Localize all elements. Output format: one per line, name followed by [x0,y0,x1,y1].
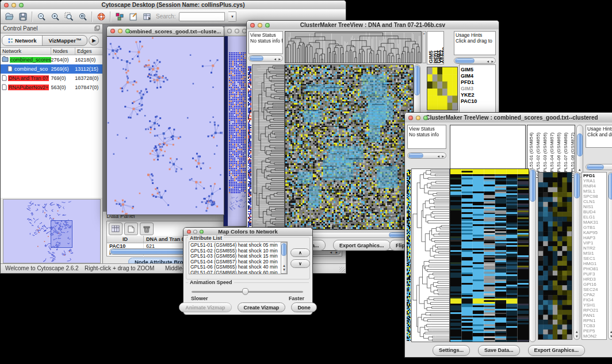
zoom-button[interactable] [423,116,428,120]
tv2-heatmap-vscrollbar[interactable] [529,168,536,342]
treeview2-title-bar[interactable]: ClusterMaker TreeView : combined_scores_… [405,113,612,123]
tv2-button-save-data-[interactable]: Save Data... [478,345,520,356]
tv2-usage-hscrollbar[interactable] [586,164,612,170]
tv2-gene-label: SPC98 [583,194,605,199]
create-vizmap-button[interactable]: Create Vizmap [238,302,286,312]
tv1-gene-label: PAC10 [461,98,494,105]
control-panel: Control Panel Network VizMapper™ ▶ [1,24,103,264]
tv1-status-hscrollbar[interactable]: ◂▸ [248,55,283,62]
attribute-list[interactable]: GPL51-01 (GSM854) heat shock 05 minGPL51… [189,242,288,274]
close-button[interactable] [187,229,191,233]
tv1-view-status-text: No status info f [250,38,281,44]
tv2-zoom-heatmap[interactable] [538,172,572,340]
network-window-title-bar[interactable]: combined_scores_good.txt--cluste... [107,26,224,36]
tv2-row-dendrogram[interactable] [411,168,450,342]
tv2-zoom-vscrollbar[interactable]: ▴▾ [573,172,580,340]
tv1-heatmap[interactable] [285,64,414,230]
tv2-labels-vscrollbar[interactable]: ▴▾ [576,125,583,178]
dialog-title-bar[interactable]: Map Colors to Network [183,228,312,236]
zoom-button[interactable] [125,29,130,33]
attribute-list-item[interactable]: GPL51-07 (GSM868) heat shock 60 min [189,270,280,275]
close-button[interactable] [4,3,9,7]
close-button[interactable] [408,116,413,120]
search-label: Search: [156,13,175,20]
network-tree-row[interactable]: DNA and Tran 07769(0)183728(0) [1,74,102,83]
network-table-header[interactable]: Network Nodes Edges [1,47,102,55]
tv1-splitter[interactable]: ▸ [422,31,426,63]
annotation-icon[interactable] [128,12,139,22]
zoom-button[interactable] [19,3,24,7]
move-down-button[interactable]: ∨ [290,259,310,268]
tv2-global-strip[interactable] [407,170,411,341]
help-lifering-icon[interactable] [96,12,106,22]
search-input[interactable] [179,12,225,21]
search-dropdown-button[interactable]: ▼ [228,12,236,22]
network-canvas[interactable] [107,37,223,214]
treeview2-window: ClusterMaker TreeView : combined_scores_… [404,112,612,358]
zoom-in-icon[interactable] [50,12,60,22]
tv2-gene-label: YRA1 [583,178,605,183]
tv2-gene-label: GTB1 [583,225,605,230]
tab-vizmapper[interactable]: VizMapper™ [43,36,87,45]
minimize-button[interactable] [193,229,197,233]
main-window-controls[interactable] [4,3,24,7]
tv2-button-row: Settings...Save Data...Export Graphics..… [405,344,612,356]
tab-overflow-button[interactable]: ▶ [89,36,99,45]
tv2-status-hscrollbar[interactable]: ◂▸ [407,152,446,159]
zoom-button[interactable] [265,23,270,28]
treeview1-title-bar[interactable]: ClusterMaker TreeView : DNA and Tran 07-… [247,21,499,30]
move-up-button[interactable]: ∧ [290,248,310,257]
tv2-gene-label: PFD1 [583,173,605,178]
network-view[interactable] [107,36,224,214]
zoom-button[interactable] [200,229,204,233]
tv1-button-export-graphics-[interactable]: Export Graphics... [333,240,391,251]
tv1-zoom-heatmap[interactable] [427,67,458,110]
import-table-icon[interactable] [142,12,152,22]
float-panel-icon[interactable] [94,25,100,32]
network-name: combined_sco [14,66,48,72]
network-tree-row[interactable]: combined_sco2569(6)13112(15) [1,64,102,74]
network-edges-count: 16218(0) [75,57,102,63]
tv2-heatmap[interactable] [450,168,529,342]
open-file-icon[interactable] [4,12,14,22]
minimize-button[interactable] [118,29,123,33]
attribute-list-vscrollbar[interactable]: ▲▼ [281,242,287,274]
new-attribute-icon[interactable] [124,223,138,235]
minimize-button[interactable] [416,116,420,120]
minimize-button[interactable] [235,29,239,33]
save-session-icon[interactable] [18,12,28,22]
tv2-gene-label: PEP5 [583,328,605,334]
main-resize-grip[interactable] [339,267,345,273]
tv2-gene-label: HRD3 [583,277,605,282]
tv2-gene-label: VIP1 [583,240,605,246]
zoom-fit-icon[interactable] [78,12,88,22]
delete-attribute-icon[interactable] [140,223,154,235]
tv1-usage-hints-panel: Usage HintsClick and drag to [454,31,496,55]
close-button[interactable] [110,29,115,33]
create-view-icon[interactable] [114,12,125,22]
attribute-table-icon[interactable] [109,223,123,235]
tv2-right-vscrollbar[interactable]: ▴▾ [608,172,612,340]
minimize-button[interactable] [258,23,262,28]
zoom-out-icon[interactable] [36,12,47,22]
speed-slider-thumb[interactable] [242,288,248,295]
zoom-selected-icon[interactable] [64,12,74,22]
network-edges-count: 107847(0) [75,85,102,90]
done-button[interactable]: Done [291,302,317,312]
close-button[interactable] [227,29,232,33]
tv2-gene-label: GPI16 [583,282,605,287]
birds-eye-view[interactable] [3,199,101,263]
tv2-button-settings-[interactable]: Settings... [433,345,470,356]
tab-network[interactable]: Network [2,36,43,45]
tv2-button-export-graphics-[interactable]: Export Graphics... [528,345,586,356]
tv1-usage-hscrollbar[interactable]: ◂▸ [454,58,496,64]
birds-eye-selection-rect[interactable] [51,220,72,248]
tv1-row-dendrogram[interactable] [252,64,285,230]
network-tree-row[interactable]: combined_scores2764(0)16218(0) [1,55,102,64]
network-tree-row[interactable]: RNAPuberNov2+563(0)107847(0) [1,83,102,92]
tv1-column-dendrogram[interactable] [285,31,422,63]
close-button[interactable] [250,23,255,28]
minimize-button[interactable] [12,3,16,7]
tv1-global-strip[interactable] [248,66,251,228]
main-title-bar[interactable]: Cytoscape Desktop (Session Name: collins… [1,1,346,10]
